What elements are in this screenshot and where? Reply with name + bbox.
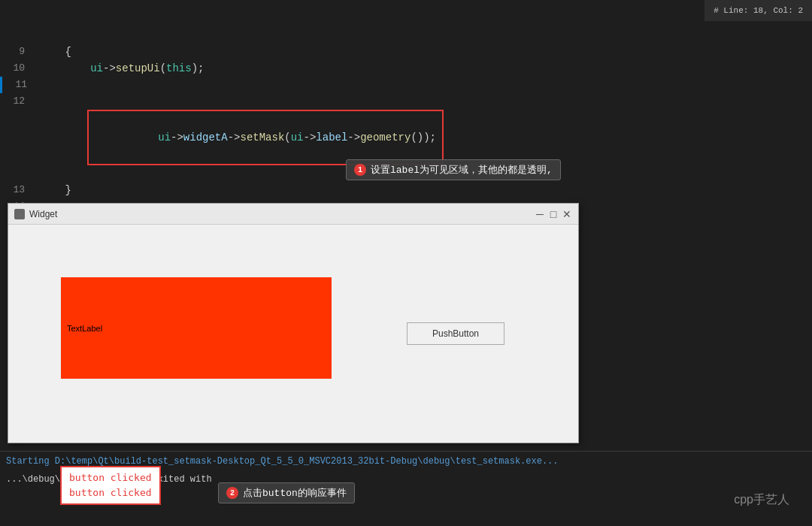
qt-window[interactable]: Widget ─ □ ✕ TextLabel PushButton xyxy=(8,203,579,443)
qt-close-button[interactable]: ✕ xyxy=(562,209,572,219)
masked-widget-area: TextLabel xyxy=(61,277,332,379)
tooltip-2-circle: 2 xyxy=(226,487,238,499)
qt-minimize-button[interactable]: ─ xyxy=(535,209,545,219)
qt-title-text: Widget xyxy=(29,209,530,219)
clicked-line-2: button clicked xyxy=(69,485,152,500)
top-status: # Line: 18, Col: 2 xyxy=(704,0,812,21)
push-button-label: PushButton xyxy=(432,328,479,339)
qt-window-controls: ─ □ ✕ xyxy=(535,209,572,219)
code-line-13: 13 } xyxy=(0,182,812,198)
tooltip-1: 1 设置label为可见区域，其他的都是透明, xyxy=(346,159,561,180)
tooltip-2-text: 点击button的响应事件 xyxy=(243,486,347,500)
tooltip-2: 2 点击button的响应事件 xyxy=(218,482,355,503)
qt-body: TextLabel PushButton xyxy=(8,225,578,443)
tooltip-1-circle: 1 xyxy=(354,164,366,176)
clicked-box: button clicked button clicked xyxy=(60,466,161,505)
qt-titlebar: Widget ─ □ ✕ xyxy=(8,204,578,225)
clicked-line-1: button clicked xyxy=(69,470,152,485)
watermark: cpp手艺人 xyxy=(726,489,797,511)
status-text: # Line: 18, Col: 2 xyxy=(714,6,803,15)
qt-maximize-button[interactable]: □ xyxy=(548,209,559,219)
text-label: TextLabel xyxy=(67,324,102,333)
code-line-10: 10 ui->setupUi(this); xyxy=(0,60,812,77)
code-line-9: 9 { xyxy=(0,44,812,60)
tooltip-1-text: 设置label为可见区域，其他的都是透明, xyxy=(371,163,553,177)
qt-window-icon xyxy=(14,209,25,219)
code-line-11: 11 xyxy=(0,77,812,93)
push-button[interactable]: PushButton xyxy=(407,322,504,345)
